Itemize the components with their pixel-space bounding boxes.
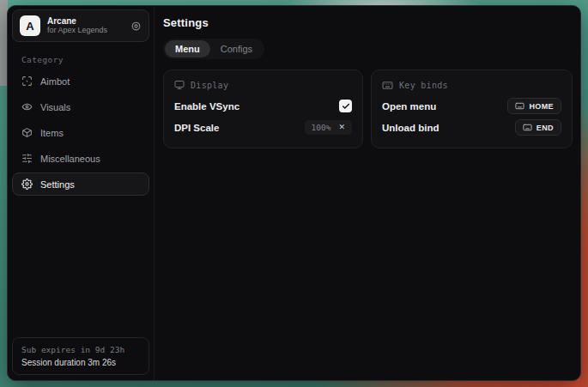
page-title: Settings xyxy=(163,16,573,29)
monitor-icon xyxy=(174,80,185,90)
open-menu-label: Open menu xyxy=(382,101,436,112)
keybinds-card-title: Key binds xyxy=(399,81,448,90)
gear-icon xyxy=(21,178,33,190)
open-menu-key: HOME xyxy=(529,102,554,111)
category-label: Category xyxy=(21,55,149,64)
clear-icon[interactable]: ✕ xyxy=(338,124,345,131)
unload-bind-label: Unload bind xyxy=(382,123,439,133)
app-subtitle: for Apex Legends xyxy=(47,27,107,35)
open-menu-keybind-button[interactable]: HOME xyxy=(507,98,561,114)
subscription-status-box: Sub expires in 9d 23h Session duration 3… xyxy=(12,337,149,375)
app-title-block: Arcane for Apex Legends xyxy=(47,16,107,35)
sidebar-item-items[interactable]: Items xyxy=(12,121,149,144)
sidebar-item-label: Settings xyxy=(40,179,75,190)
sidebar-item-miscellaneous[interactable]: Miscellaneous xyxy=(12,147,149,170)
app-logo-card: A Arcane for Apex Legends xyxy=(12,9,149,42)
display-card: Display Enable VSync DPI Scale 100% ✕ xyxy=(163,70,363,148)
sidebar-item-label: Miscellaneous xyxy=(40,154,100,164)
sidebar-item-label: Items xyxy=(40,128,64,138)
sidebar-nav: Aimbot Visuals Items xyxy=(12,70,149,196)
crosshair-target-icon[interactable] xyxy=(130,21,142,32)
main-panel: Settings Menu Configs Display xyxy=(155,6,581,380)
vsync-row: Enable VSync xyxy=(174,95,352,117)
app-window: A Arcane for Apex Legends Category xyxy=(7,5,581,381)
keyboard-icon xyxy=(515,101,524,111)
sidebar-item-label: Visuals xyxy=(40,102,70,112)
scan-crosshair-icon xyxy=(21,76,33,87)
vsync-label: Enable VSync xyxy=(174,101,239,112)
sidebar-item-aimbot[interactable]: Aimbot xyxy=(12,70,149,93)
settings-cards: Display Enable VSync DPI Scale 100% ✕ xyxy=(163,70,573,148)
session-duration-text: Session duration 3m 26s xyxy=(21,358,140,367)
keyboard-icon xyxy=(382,80,393,91)
app-logo: A xyxy=(20,15,40,36)
dpi-scale-label: DPI Scale xyxy=(174,123,219,133)
keybinds-card: Key binds Open menu HOME Unload bin xyxy=(371,70,573,148)
sidebar-item-label: Aimbot xyxy=(40,76,70,87)
dpi-scale-value: 100% xyxy=(312,123,331,132)
tab-configs[interactable]: Configs xyxy=(210,40,263,57)
sub-expires-text: Sub expires in 9d 23h xyxy=(21,345,140,354)
sliders-icon xyxy=(21,153,33,164)
cube-package-icon xyxy=(21,127,33,138)
dpi-scale-input[interactable]: 100% ✕ xyxy=(305,120,352,135)
dpi-scale-row: DPI Scale 100% ✕ xyxy=(174,117,352,138)
keyboard-icon xyxy=(523,123,532,132)
sidebar-item-settings[interactable]: Settings xyxy=(12,172,149,196)
sidebar-item-visuals[interactable]: Visuals xyxy=(12,95,149,118)
display-card-header: Display xyxy=(174,77,352,93)
settings-tabbar: Menu Configs xyxy=(163,39,264,59)
open-menu-row: Open menu HOME xyxy=(382,95,561,117)
unload-bind-key: END xyxy=(536,124,554,132)
keybinds-card-header: Key binds xyxy=(382,77,561,93)
unload-bind-row: Unload bind END xyxy=(382,117,561,138)
eye-icon xyxy=(21,101,33,112)
unload-keybind-button[interactable]: END xyxy=(515,119,561,136)
tab-menu[interactable]: Menu xyxy=(165,40,210,57)
sidebar: A Arcane for Apex Legends Category xyxy=(8,6,155,380)
desktop-background: { "app": { "name": "Arcane", "subtitle":… xyxy=(0,0,588,387)
display-card-title: Display xyxy=(191,81,228,90)
app-name: Arcane xyxy=(47,16,107,26)
vsync-checkbox[interactable] xyxy=(339,100,352,112)
